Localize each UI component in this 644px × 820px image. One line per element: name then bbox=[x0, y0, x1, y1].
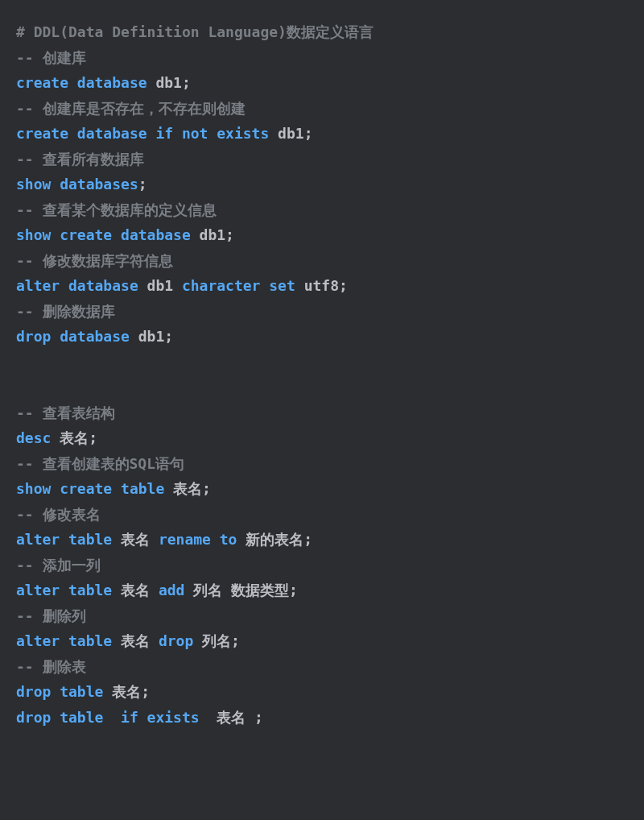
token-punc: ; bbox=[231, 632, 240, 649]
code-line: -- 查看所有数据库 bbox=[16, 147, 628, 172]
token-cmt: -- 添加一列 bbox=[16, 557, 101, 574]
token-kw: drop table bbox=[16, 683, 103, 700]
code-line: alter database db1 character set utf8; bbox=[16, 273, 628, 299]
code-line: alter table 表名 add 列名 数据类型; bbox=[16, 578, 628, 603]
token-id: db1 bbox=[147, 74, 182, 91]
token-id: 表名 bbox=[103, 683, 141, 700]
token-cmt: -- 查看某个数据库的定义信息 bbox=[16, 201, 217, 218]
token-id: db1 bbox=[269, 125, 303, 142]
token-kw: create database bbox=[16, 74, 147, 91]
code-line: create database if not exists db1; bbox=[16, 121, 628, 147]
code-line: -- 修改数据库字符信息 bbox=[16, 248, 628, 274]
token-punc: ; bbox=[202, 480, 211, 497]
token-id: 新的表名 bbox=[237, 531, 303, 548]
token-punc: ; bbox=[89, 429, 97, 446]
code-line: show create table 表名; bbox=[16, 476, 628, 502]
token-id: 表名 bbox=[164, 480, 202, 497]
code-line: show create database db1; bbox=[16, 222, 628, 248]
token-cmt: -- 删除数据库 bbox=[16, 303, 115, 320]
token-punc: ; bbox=[254, 709, 263, 726]
token-punc: ; bbox=[289, 582, 298, 598]
token-kw: rename to bbox=[159, 531, 237, 548]
token-cmt: -- 查看创建表的SQL语句 bbox=[16, 455, 184, 472]
token-cmt: -- 删除表 bbox=[16, 658, 86, 675]
code-line: -- 添加一列 bbox=[16, 553, 628, 578]
code-line: create database db1; bbox=[16, 70, 628, 96]
token-cmt: -- 创建库是否存在，不存在则创建 bbox=[16, 100, 246, 117]
token-punc: ; bbox=[138, 176, 147, 193]
token-id: 表名 bbox=[112, 531, 159, 548]
code-line: -- 创建库 bbox=[16, 45, 628, 71]
token-cmt: # DDL(Data Definition Language)数据定义语言 bbox=[16, 23, 374, 40]
token-cmt: -- 查看表结构 bbox=[16, 404, 115, 421]
code-line: -- 查看某个数据库的定义信息 bbox=[16, 197, 628, 223]
token-kw: show create table bbox=[16, 480, 164, 497]
token-id: 列名 bbox=[193, 632, 231, 649]
token-id: db1 bbox=[138, 277, 182, 294]
token-id: db1 bbox=[130, 328, 164, 345]
token-cmt: -- 修改数据库字符信息 bbox=[16, 252, 173, 269]
token-cmt: -- 创建库 bbox=[16, 49, 86, 66]
token-kw: drop database bbox=[16, 328, 130, 345]
code-block: # DDL(Data Definition Language)数据定义语言-- … bbox=[16, 19, 628, 730]
code-line: # DDL(Data Definition Language)数据定义语言 bbox=[16, 19, 628, 45]
token-kw: desc bbox=[16, 429, 51, 446]
token-id: db1 bbox=[191, 226, 225, 243]
token-id: utf8 bbox=[295, 277, 339, 294]
code-line: drop table 表名; bbox=[16, 679, 628, 705]
token-punc: ; bbox=[164, 328, 173, 345]
code-line: alter table 表名 drop 列名; bbox=[16, 628, 628, 654]
code-line: -- 删除列 bbox=[16, 603, 628, 629]
code-line: alter table 表名 rename to 新的表名; bbox=[16, 527, 628, 553]
code-line: -- 修改表名 bbox=[16, 502, 628, 528]
token-cmt: -- 修改表名 bbox=[16, 506, 101, 523]
token-id: 表名 bbox=[51, 429, 89, 446]
token-kw: character set bbox=[182, 277, 295, 294]
token-kw: drop bbox=[159, 632, 193, 649]
token-id: 表名 bbox=[112, 632, 159, 649]
code-line: -- 查看创建表的SQL语句 bbox=[16, 451, 628, 477]
token-id: 表名 bbox=[208, 709, 254, 726]
token-punc: ; bbox=[225, 226, 234, 243]
code-line bbox=[16, 350, 628, 375]
token-punc: ; bbox=[141, 683, 150, 700]
code-line: -- 删除数据库 bbox=[16, 299, 628, 325]
code-line: -- 创建库是否存在，不存在则创建 bbox=[16, 96, 628, 122]
token-id: 列名 数据类型 bbox=[184, 582, 289, 598]
token-kw: alter table bbox=[16, 531, 112, 548]
code-line: -- 删除表 bbox=[16, 654, 628, 680]
code-line: desc 表名; bbox=[16, 425, 628, 451]
token-kw: drop table if exists bbox=[16, 709, 208, 726]
token-punc: ; bbox=[304, 125, 313, 142]
token-punc: ; bbox=[303, 531, 312, 548]
token-kw: alter table bbox=[16, 582, 112, 598]
token-id: 表名 bbox=[112, 582, 159, 598]
token-kw: alter table bbox=[16, 632, 112, 649]
code-line: show databases; bbox=[16, 172, 628, 197]
code-line: drop table if exists 表名 ; bbox=[16, 705, 628, 731]
token-kw: show databases bbox=[16, 176, 138, 193]
token-cmt: -- 查看所有数据库 bbox=[16, 151, 144, 168]
token-kw: add bbox=[159, 582, 185, 598]
token-punc: ; bbox=[339, 277, 348, 294]
token-punc: ; bbox=[182, 74, 191, 91]
token-kw: create database if not exists bbox=[16, 125, 269, 142]
token-cmt: -- 删除列 bbox=[16, 607, 86, 624]
code-line bbox=[16, 375, 628, 400]
code-line: -- 查看表结构 bbox=[16, 400, 628, 426]
token-kw: alter database bbox=[16, 277, 138, 294]
token-kw: show create database bbox=[16, 226, 191, 243]
code-line: drop database db1; bbox=[16, 324, 628, 350]
